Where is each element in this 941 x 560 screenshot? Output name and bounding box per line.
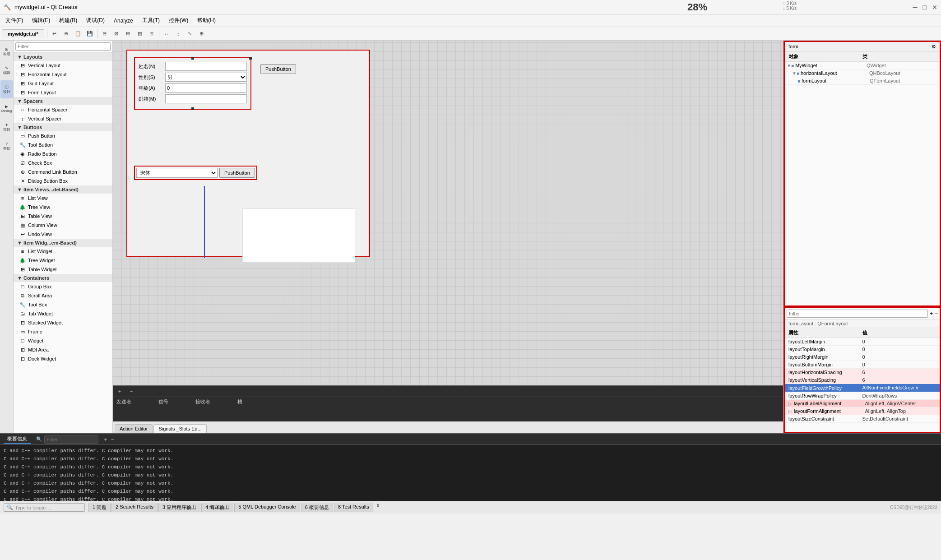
- status-tab-search[interactable]: 2 Search Results: [111, 503, 158, 512]
- maximize-button[interactable]: □: [923, 4, 927, 11]
- add-connection-button[interactable]: +: [116, 387, 124, 395]
- widget-horizontal-layout[interactable]: ⊟ Horizontal Layout: [14, 70, 112, 79]
- widget-form-layout[interactable]: ⊟ Form Layout: [14, 88, 112, 97]
- toolbar-btn-break[interactable]: ⊡: [146, 28, 157, 39]
- status-tab-summary[interactable]: 6 概要信息: [301, 503, 333, 512]
- section-containers[interactable]: ▼ Containers: [14, 274, 112, 282]
- section-layouts[interactable]: ▼ Layouts: [14, 53, 112, 61]
- menu-help[interactable]: 帮助(H): [194, 15, 219, 26]
- expand-hlayout[interactable]: ▼: [792, 71, 797, 76]
- status-tab-compile[interactable]: 4 编译输出: [201, 503, 233, 512]
- output-filter-input[interactable]: [44, 435, 98, 444]
- widget-frame[interactable]: ▭ Frame: [14, 327, 112, 336]
- status-tab-qml[interactable]: 5 QML Debugger Console: [234, 503, 300, 512]
- obj-row-hlayout[interactable]: ▼ ■ horizontalLayout QHBoxLayout: [785, 69, 940, 77]
- tab-signals-slots[interactable]: Signals _Slots Ed...: [153, 424, 206, 433]
- section-spacers[interactable]: ▼ Spacers: [14, 97, 112, 105]
- input-name[interactable]: [165, 62, 247, 71]
- widget-dialog-button-box[interactable]: ✕ Dialog Button Box: [14, 176, 112, 185]
- expand-mywidget[interactable]: ▼: [787, 63, 791, 68]
- push-button-2[interactable]: PushButton: [219, 168, 255, 178]
- prop-remove-button[interactable]: −: [935, 310, 938, 317]
- input-email[interactable]: [165, 94, 247, 103]
- sidebar-item-help[interactable]: ? 帮助: [0, 137, 13, 155]
- menu-analyze[interactable]: Analyze: [110, 16, 137, 25]
- widget-vertical-layout[interactable]: ⊟ Vertical Layout: [14, 61, 112, 70]
- section-buttons[interactable]: ▼ Buttons: [14, 123, 112, 131]
- toolbar-btn-undo[interactable]: ↩: [49, 28, 60, 39]
- window-controls[interactable]: ─ □ ✕: [913, 4, 937, 11]
- sidebar-item-debug[interactable]: ▶ Debug: [0, 99, 13, 117]
- menu-tools[interactable]: 工具(T): [139, 15, 163, 26]
- widget-push-button[interactable]: ▭ Push Button: [14, 131, 112, 140]
- section-item-views[interactable]: ▼ Item Views...del-Based): [14, 185, 112, 194]
- toolbar-btn-align-right[interactable]: ⊠: [111, 28, 122, 39]
- prop-layout-top-margin[interactable]: layoutTopMargin 0: [785, 346, 940, 353]
- widget-command-link-button[interactable]: ⊕ Command Link Button: [14, 167, 112, 176]
- prop-layout-label-align[interactable]: ▷ layoutLabelAlignment AlignLeft, AlignV…: [785, 400, 940, 407]
- widget-filter-input[interactable]: [15, 42, 111, 51]
- menu-edit[interactable]: 编辑(E): [28, 15, 54, 26]
- menu-debug[interactable]: 调试(D): [83, 15, 108, 26]
- output-remove-btn[interactable]: −: [111, 436, 115, 443]
- tab-action-editor[interactable]: Action Editor: [115, 424, 153, 433]
- prop-layout-h-spacing[interactable]: layoutHorizontalSpacing 6: [785, 369, 940, 376]
- widget-radio-button[interactable]: ◉ Radio Button: [14, 149, 112, 158]
- canvas-content[interactable]: 姓名(N) 性别(S) 男 年龄(A) 邮箱(M): [113, 41, 783, 385]
- widget-mdi-area[interactable]: ⊞ MDI Area: [14, 345, 112, 354]
- resize-handle[interactable]: ⇕: [376, 503, 380, 512]
- sidebar-item-design[interactable]: ⬡ 设计: [0, 80, 13, 98]
- widget-list-view[interactable]: ≡ List View: [14, 194, 112, 203]
- menu-build[interactable]: 构建(B): [56, 15, 81, 26]
- editor-tab-mywidget[interactable]: mywidget.ui*: [2, 29, 44, 38]
- obj-row-flayout[interactable]: ■ formLayout QFormLayout: [785, 77, 940, 85]
- toolbar-btn-form[interactable]: ▤: [134, 28, 145, 39]
- toolbar-btn-size[interactable]: ⊞: [196, 28, 207, 39]
- tab-summary[interactable]: 概要信息: [4, 435, 31, 444]
- menu-controls[interactable]: 控件(W): [165, 15, 192, 26]
- status-tab-issues[interactable]: 1 问题: [88, 503, 111, 512]
- obj-row-mywidget[interactable]: ▼ ■ MyWidget QWidget: [785, 62, 940, 69]
- widget-undo-view[interactable]: ↩ Undo View: [14, 230, 112, 239]
- widget-tree-widget[interactable]: 🌲 Tree Widget: [14, 256, 112, 265]
- close-button[interactable]: ✕: [932, 4, 937, 11]
- spinbox-age[interactable]: [165, 83, 247, 93]
- prop-layout-right-margin[interactable]: layoutRightMargin 0: [785, 353, 940, 361]
- prop-layout-v-spacing[interactable]: layoutVerticalSpacing 6: [785, 376, 940, 384]
- widget-table-widget[interactable]: ⊞ Table Widget: [14, 265, 112, 274]
- toolbar-btn-adjust-v[interactable]: ↕: [173, 28, 184, 39]
- toolbar-btn-adjust-h[interactable]: ↔: [161, 28, 172, 39]
- prop-add-button[interactable]: +: [930, 310, 933, 317]
- prop-layout-left-margin[interactable]: layoutLeftMargin 0: [785, 338, 940, 346]
- prop-layout-row-wrap[interactable]: layoutRowWrapPolicy DontWrapRows: [785, 392, 940, 400]
- prop-layout-form-align[interactable]: ▷ layoutFormAlignment AlignLeft, AlignTo…: [785, 407, 940, 415]
- widget-group-box[interactable]: □ Group Box: [14, 282, 112, 291]
- toolbar-btn-save[interactable]: 💾: [84, 28, 95, 39]
- widget-tab-widget[interactable]: 🗂 Tab Widget: [14, 309, 112, 318]
- toolbar-btn-align-left[interactable]: ⊟: [99, 28, 110, 39]
- minimize-button[interactable]: ─: [913, 4, 918, 11]
- toolbar-btn-paste[interactable]: 📋: [73, 28, 83, 39]
- remove-connection-button[interactable]: −: [127, 387, 135, 395]
- status-tab-test[interactable]: 8 Test Results: [334, 503, 373, 512]
- widget-check-box[interactable]: ☑ Check Box: [14, 158, 112, 167]
- widget-horizontal-spacer[interactable]: ↔ Horizontal Spacer: [14, 105, 112, 114]
- widget-dock-widget[interactable]: ⊟ Dock Widget: [14, 354, 112, 363]
- widget-tool-box[interactable]: 🔧 Tool Box: [14, 300, 112, 309]
- widget-stacked-widget[interactable]: ⊟ Stacked Widget: [14, 318, 112, 327]
- toolbar-btn-grid[interactable]: ⊞: [123, 28, 134, 39]
- obj-settings-icon[interactable]: ⚙: [932, 44, 936, 50]
- sidebar-item-welcome[interactable]: ⊞ 欢迎: [0, 42, 13, 60]
- status-tab-app-output[interactable]: 3 应用程序输出: [158, 503, 200, 512]
- widget-tool-button[interactable]: 🔧 Tool Button: [14, 140, 112, 149]
- sidebar-item-edit[interactable]: ✎ 编辑: [0, 61, 13, 79]
- prop-layout-size-constraint[interactable]: layoutSizeConstraint SetDefaultConstrain…: [785, 415, 940, 423]
- font-combo[interactable]: 宋体: [136, 168, 218, 178]
- widget-tree-view[interactable]: 🌲 Tree View: [14, 203, 112, 212]
- widget-vertical-spacer[interactable]: ↕ Vertical Spacer: [14, 114, 112, 123]
- section-item-widgets[interactable]: ▼ Item Widg...em-Based): [14, 239, 112, 247]
- locate-field[interactable]: 🔍 Type to locate ...: [4, 503, 85, 512]
- push-button-1[interactable]: PushButton: [260, 64, 296, 74]
- toolbar-btn-adjust-hv[interactable]: ⤡: [185, 28, 195, 39]
- prop-layout-field-growth[interactable]: layoutFieldGrowthPolicy AllNonFixedField…: [785, 384, 940, 392]
